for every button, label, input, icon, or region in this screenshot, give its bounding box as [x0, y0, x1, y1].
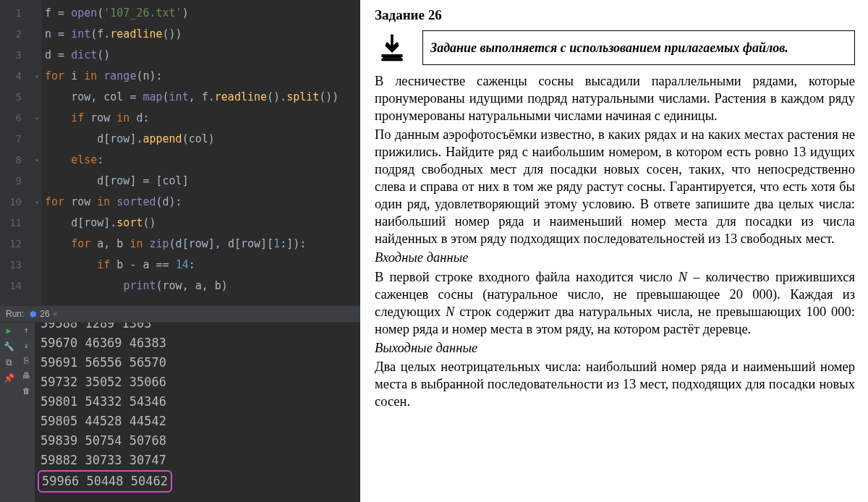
fold-column: ▾▾▾▾ — [32, 0, 42, 305]
console-line: 59670 46369 46383 — [41, 333, 354, 353]
line-number: 8 — [0, 150, 32, 171]
line-number: 14 — [0, 276, 32, 297]
run-toolbar-inner: ↑ ↓ ⎘ 🖶 🗑 — [17, 323, 35, 502]
print-icon[interactable]: 🖶 — [22, 371, 30, 380]
pin-icon[interactable]: 📌 — [4, 373, 14, 383]
down-arrow-icon[interactable]: ↓ — [24, 341, 29, 350]
task-paragraph: В первой строке входного файла находится… — [375, 268, 855, 338]
console-line: 59805 44528 44542 — [41, 412, 354, 431]
ide-pane: 1234567891011121314 ▾▾▾▾ f = open('107_2… — [0, 0, 360, 502]
close-icon[interactable]: × — [53, 310, 57, 318]
layout-icon[interactable]: ⧉ — [6, 357, 12, 367]
fold-marker — [32, 276, 42, 297]
fold-marker — [32, 234, 42, 255]
fold-marker — [32, 255, 42, 276]
fold-marker[interactable]: ▾ — [32, 66, 42, 87]
console-line: 59801 54332 54346 — [41, 392, 354, 412]
task-paragraph: По данным аэрофотосъёмки известно, в как… — [375, 126, 855, 247]
code-line[interactable]: if row in d: — [42, 108, 360, 129]
line-number: 11 — [0, 213, 32, 234]
task-document: Задание 26 Задание выполняется с использ… — [360, 0, 868, 502]
task-paragraph: В лесничестве саженцы сосны высадили пар… — [375, 72, 855, 124]
file-attachment-row: Задание выполняется с использованием при… — [375, 30, 855, 65]
line-number: 1 — [0, 3, 32, 24]
fold-marker — [32, 45, 42, 66]
code-line[interactable]: f = open('107_26.txt') — [42, 3, 360, 24]
code-line[interactable]: for a, b in zip(d[row], d[row][1:]): — [42, 234, 360, 255]
wrench-icon[interactable]: 🔧 — [4, 341, 14, 352]
code-line[interactable]: n = int(f.readline()) — [42, 24, 360, 45]
line-number: 7 — [0, 129, 32, 150]
line-gutter: 1234567891011121314 — [0, 0, 32, 305]
fold-marker — [32, 213, 42, 234]
task-body: В лесничестве саженцы сосны высадили пар… — [375, 72, 855, 410]
fold-marker[interactable]: ▾ — [32, 108, 42, 129]
export-icon[interactable]: ⎘ — [24, 356, 29, 365]
console-line-highlighted: 59966 50448 50462 — [41, 470, 354, 493]
line-number: 9 — [0, 171, 32, 192]
code-editor[interactable]: 1234567891011121314 ▾▾▾▾ f = open('107_2… — [0, 0, 360, 305]
line-number: 4 — [0, 66, 32, 87]
line-number: 2 — [0, 24, 32, 45]
rerun-icon[interactable]: ▶ — [6, 326, 11, 336]
fold-marker — [32, 171, 42, 192]
line-number: 5 — [0, 87, 32, 108]
code-line[interactable]: row, col = map(int, f.readline().split()… — [42, 87, 360, 108]
section-header: Входные данные — [375, 249, 855, 266]
fold-marker — [32, 24, 42, 45]
line-number: 10 — [0, 192, 32, 213]
task-paragraph: Два целых неотрицательных числа: наиболь… — [375, 358, 855, 410]
fold-marker — [32, 3, 42, 24]
python-icon: ⬢ — [30, 310, 37, 319]
code-area[interactable]: f = open('107_26.txt')n = int(f.readline… — [42, 0, 360, 305]
fold-marker — [32, 129, 42, 150]
run-label: Run: — [6, 309, 24, 319]
code-line[interactable]: for row in sorted(d): — [42, 192, 360, 213]
run-panel: ▶ 🔧 ⧉ 📌 ↑ ↓ ⎘ 🖶 🗑 59588 1289 130359670 4… — [0, 323, 360, 502]
code-line[interactable]: d = dict() — [42, 45, 360, 66]
console-line: 59732 35052 35066 — [41, 373, 354, 392]
task-title: Задание 26 — [375, 7, 855, 23]
trash-icon[interactable]: 🗑 — [22, 386, 30, 396]
up-arrow-icon[interactable]: ↑ — [24, 326, 29, 335]
console-line: 59588 1289 1303 — [41, 323, 354, 333]
console-line: 59882 30733 30747 — [41, 451, 354, 470]
console-line: 59839 50754 50768 — [41, 431, 354, 451]
code-line[interactable]: for i in range(n): — [42, 66, 360, 87]
line-number: 12 — [0, 234, 32, 255]
console-line: 59691 56556 56570 — [41, 353, 354, 373]
line-number: 3 — [0, 45, 32, 66]
fold-marker — [32, 87, 42, 108]
run-toolbar-left: ▶ 🔧 ⧉ 📌 — [0, 323, 17, 502]
task-note: Задание выполняется с использованием при… — [422, 30, 855, 65]
code-line[interactable]: if b - a == 14: — [42, 255, 360, 276]
fold-marker[interactable]: ▾ — [32, 192, 42, 213]
section-header: Выходные данные — [375, 339, 855, 357]
code-line[interactable]: d[row].append(col) — [42, 129, 360, 150]
download-icon[interactable] — [375, 30, 409, 65]
line-number: 13 — [0, 255, 32, 276]
code-line[interactable]: print(row, a, b) — [42, 276, 360, 297]
code-line[interactable]: d[row].sort() — [42, 213, 360, 234]
code-line[interactable]: else: — [42, 150, 360, 171]
svg-rect-0 — [381, 54, 402, 57]
run-panel-header[interactable]: Run: ⬢ 26 × — [0, 305, 360, 323]
console-output[interactable]: 59588 1289 130359670 46369 4638359691 56… — [35, 323, 360, 502]
fold-marker[interactable]: ▾ — [32, 150, 42, 171]
code-line[interactable]: d[row] = [col] — [42, 171, 360, 192]
svg-rect-1 — [381, 59, 402, 61]
line-number: 6 — [0, 108, 32, 129]
run-tab-name[interactable]: 26 — [40, 309, 49, 319]
